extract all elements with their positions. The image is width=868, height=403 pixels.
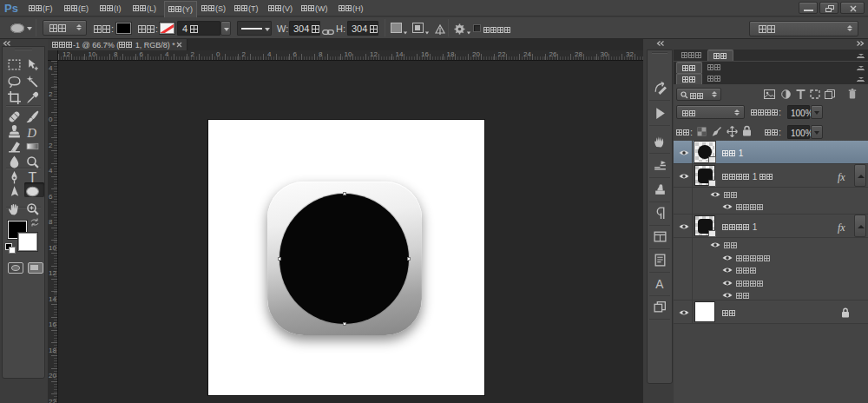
- svg-text:A: A: [655, 277, 664, 291]
- svg-text:D: D: [26, 126, 36, 140]
- svg-text:T: T: [28, 170, 36, 185]
